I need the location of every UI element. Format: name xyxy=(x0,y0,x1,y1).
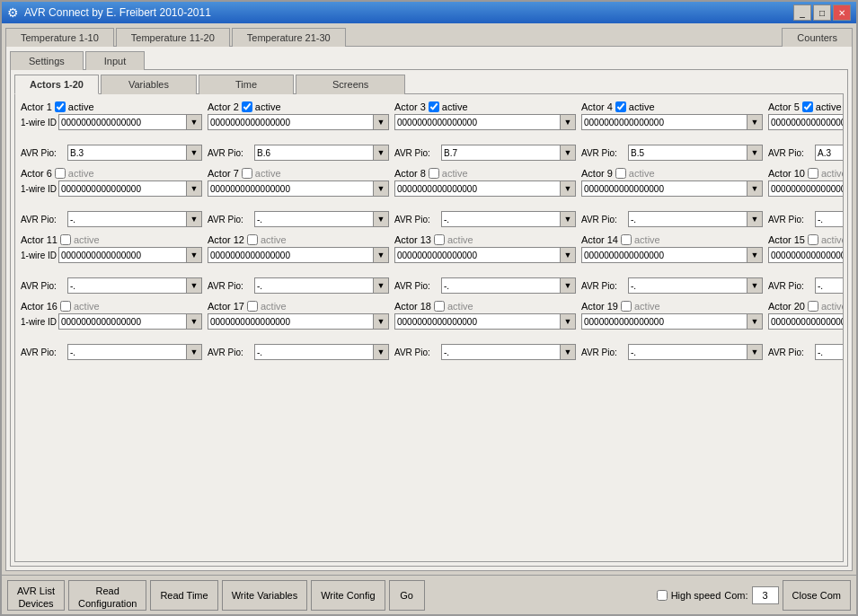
actor-14-wire-input[interactable] xyxy=(581,247,747,263)
actor-17-pio-input[interactable] xyxy=(254,344,373,360)
actor-12-checkbox[interactable] xyxy=(247,234,258,245)
actor-12-pio-input[interactable] xyxy=(254,277,373,294)
actor-19-pio-dropdown[interactable]: ▼ xyxy=(747,344,763,360)
actor-13-wire-input[interactable] xyxy=(394,247,560,263)
high-speed-checkbox[interactable] xyxy=(657,590,668,601)
actor-13-wire-dropdown[interactable]: ▼ xyxy=(560,247,576,263)
actor-6-pio-input[interactable] xyxy=(67,211,186,227)
actor-14-wire-dropdown[interactable]: ▼ xyxy=(747,247,763,263)
actor-12-wire-dropdown[interactable]: ▼ xyxy=(373,247,389,263)
read-time-button[interactable]: Read Time xyxy=(150,580,217,611)
actor-14-pio-input[interactable] xyxy=(628,277,747,294)
actor-7-pio-dropdown[interactable]: ▼ xyxy=(373,211,389,227)
minimize-button[interactable]: _ xyxy=(793,4,811,21)
actor-3-pio-dropdown[interactable]: ▼ xyxy=(560,145,576,161)
actor-17-pio-dropdown[interactable]: ▼ xyxy=(373,344,389,360)
actor-16-wire-dropdown[interactable]: ▼ xyxy=(186,313,202,330)
tab-temperature-21-30[interactable]: Temperature 21-30 xyxy=(232,28,346,47)
actor-19-pio-input[interactable] xyxy=(628,344,747,360)
tab-counters[interactable]: Counters xyxy=(782,28,853,47)
actor-2-wire-input[interactable] xyxy=(208,114,373,130)
actor-20-pio-input[interactable] xyxy=(815,344,844,360)
actor-8-wire-dropdown[interactable]: ▼ xyxy=(560,180,576,197)
actor-9-pio-input[interactable] xyxy=(628,211,747,227)
actor-8-pio-dropdown[interactable]: ▼ xyxy=(560,211,576,227)
actor-13-checkbox[interactable] xyxy=(434,234,445,245)
actor-6-checkbox[interactable] xyxy=(55,168,66,179)
actor-8-wire-input[interactable] xyxy=(394,180,560,197)
actor-17-wire-dropdown[interactable]: ▼ xyxy=(373,313,389,330)
actor-16-checkbox[interactable] xyxy=(60,301,71,312)
actor-20-checkbox[interactable] xyxy=(808,301,818,312)
tab-screens[interactable]: Screens xyxy=(296,75,405,94)
write-variables-button[interactable]: Write Variables xyxy=(222,580,308,611)
actor-7-checkbox[interactable] xyxy=(242,168,252,179)
tab-time[interactable]: Time xyxy=(199,75,294,94)
actor-8-pio-input[interactable] xyxy=(441,211,560,227)
actor-18-wire-input[interactable] xyxy=(394,313,560,330)
actor-16-pio-dropdown[interactable]: ▼ xyxy=(186,344,202,360)
actor-11-checkbox[interactable] xyxy=(60,234,71,245)
actor-18-wire-dropdown[interactable]: ▼ xyxy=(560,313,576,330)
actor-12-wire-input[interactable] xyxy=(208,247,373,263)
actor-4-pio-dropdown[interactable]: ▼ xyxy=(747,145,763,161)
actor-18-pio-dropdown[interactable]: ▼ xyxy=(560,344,576,360)
actor-4-checkbox[interactable] xyxy=(615,101,626,112)
actor-9-wire-dropdown[interactable]: ▼ xyxy=(747,180,763,197)
actor-4-wire-dropdown[interactable]: ▼ xyxy=(747,114,763,130)
actor-4-wire-input[interactable] xyxy=(581,114,747,130)
actor-5-pio-input[interactable] xyxy=(815,145,844,161)
actor-13-pio-input[interactable] xyxy=(441,277,560,294)
actor-1-wire-dropdown[interactable]: ▼ xyxy=(186,114,202,130)
actor-2-pio-dropdown[interactable]: ▼ xyxy=(373,145,389,161)
actor-10-pio-input[interactable] xyxy=(815,211,844,227)
close-com-button[interactable]: Close Com xyxy=(783,580,851,611)
read-configuration-button[interactable]: ReadConfiguration xyxy=(68,580,146,611)
actor-5-checkbox[interactable] xyxy=(802,101,813,112)
actor-11-pio-dropdown[interactable]: ▼ xyxy=(186,277,202,294)
actor-19-checkbox[interactable] xyxy=(621,301,632,312)
actor-15-checkbox[interactable] xyxy=(808,234,818,245)
actor-1-pio-dropdown[interactable]: ▼ xyxy=(186,145,202,161)
actor-9-pio-dropdown[interactable]: ▼ xyxy=(747,211,763,227)
actor-7-pio-input[interactable] xyxy=(254,211,373,227)
actor-4-pio-input[interactable] xyxy=(628,145,747,161)
write-config-button[interactable]: Write Config xyxy=(311,580,385,611)
actor-17-wire-input[interactable] xyxy=(208,313,373,330)
actor-15-wire-input[interactable] xyxy=(768,247,844,263)
actor-11-pio-input[interactable] xyxy=(67,277,186,294)
actor-19-wire-input[interactable] xyxy=(581,313,747,330)
actor-19-wire-dropdown[interactable]: ▼ xyxy=(747,313,763,330)
actor-14-pio-dropdown[interactable]: ▼ xyxy=(747,277,763,294)
actor-8-checkbox[interactable] xyxy=(429,168,439,179)
actor-16-pio-input[interactable] xyxy=(67,344,186,360)
actor-10-checkbox[interactable] xyxy=(808,168,818,179)
actor-1-checkbox[interactable] xyxy=(55,101,66,112)
actor-11-wire-input[interactable] xyxy=(58,247,186,263)
actor-6-wire-dropdown[interactable]: ▼ xyxy=(186,180,202,197)
com-input[interactable] xyxy=(752,586,779,604)
actor-3-checkbox[interactable] xyxy=(429,101,439,112)
actor-12-pio-dropdown[interactable]: ▼ xyxy=(373,277,389,294)
tab-settings[interactable]: Settings xyxy=(10,51,84,70)
actor-18-checkbox[interactable] xyxy=(434,301,445,312)
avr-list-devices-button[interactable]: AVR ListDevices xyxy=(7,580,65,611)
actor-9-wire-input[interactable] xyxy=(581,180,747,197)
actor-17-checkbox[interactable] xyxy=(247,301,258,312)
tab-input[interactable]: Input xyxy=(85,51,145,70)
go-button[interactable]: Go xyxy=(389,580,425,611)
actor-11-wire-dropdown[interactable]: ▼ xyxy=(186,247,202,263)
actor-16-wire-input[interactable] xyxy=(58,313,186,330)
actor-1-wire-input[interactable] xyxy=(58,114,186,130)
actor-18-pio-input[interactable] xyxy=(441,344,560,360)
actor-6-pio-dropdown[interactable]: ▼ xyxy=(186,211,202,227)
actor-2-pio-input[interactable] xyxy=(254,145,373,161)
actor-7-wire-input[interactable] xyxy=(208,180,373,197)
actor-1-pio-input[interactable] xyxy=(67,145,186,161)
actor-13-pio-dropdown[interactable]: ▼ xyxy=(560,277,576,294)
actor-2-wire-dropdown[interactable]: ▼ xyxy=(373,114,389,130)
actor-3-pio-input[interactable] xyxy=(441,145,560,161)
actor-9-checkbox[interactable] xyxy=(615,168,626,179)
actor-3-wire-dropdown[interactable]: ▼ xyxy=(560,114,576,130)
tab-temperature-1-10[interactable]: Temperature 1-10 xyxy=(5,28,114,47)
